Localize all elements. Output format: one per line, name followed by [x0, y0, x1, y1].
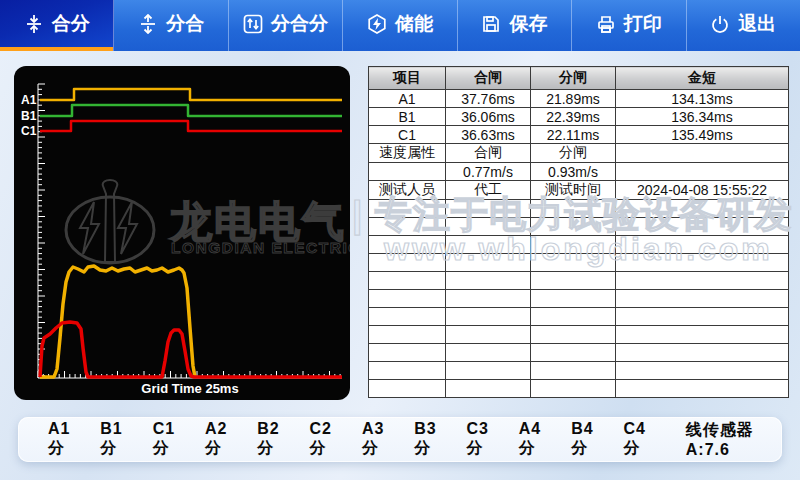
- table-cell: [616, 326, 789, 344]
- tab-label: 打印: [624, 11, 662, 37]
- oscillogram-panel: 龙电电气LONGDIAN ELECTRICA1B1C1Grid Time 25m…: [14, 66, 350, 400]
- tab-open-close-open[interactable]: 分合分: [229, 0, 343, 51]
- table-cell: [531, 326, 616, 344]
- table-cell: [616, 308, 789, 326]
- tab-energy-storage[interactable]: 储能: [343, 0, 457, 51]
- table-cell: [446, 344, 531, 362]
- tab-label: 合分: [52, 11, 90, 37]
- table-cell: [616, 344, 789, 362]
- results-table: 项目合闸分闸金短A137.76ms21.89ms134.13msB136.06m…: [368, 66, 789, 398]
- open-close-open-icon: [243, 14, 263, 34]
- table-cell: A1: [369, 90, 446, 108]
- phase-status: B3 分: [414, 420, 447, 459]
- table-cell: [446, 218, 531, 236]
- table-cell: [531, 218, 616, 236]
- tab-close-operation[interactable]: 合分: [0, 0, 114, 51]
- A1-channel-label: A1: [21, 93, 37, 107]
- A1-waveform: [40, 89, 342, 100]
- table-cell: 36.06ms: [446, 108, 531, 126]
- B1-channel-label: B1: [21, 109, 37, 123]
- tab-label: 分合: [166, 11, 204, 37]
- table-cell: [616, 362, 789, 380]
- table-cell: [616, 163, 789, 181]
- tab-label: 退出: [738, 11, 776, 37]
- table-cell: [616, 218, 789, 236]
- table-row: [369, 272, 789, 290]
- table-cell: [369, 218, 446, 236]
- table-header-cell: 分闸: [531, 67, 616, 90]
- table-cell: [531, 236, 616, 254]
- app-screen: 合分 分合 分合分: [0, 0, 800, 480]
- table-cell: [616, 290, 789, 308]
- table-cell: [446, 362, 531, 380]
- table-row: [369, 362, 789, 380]
- tab-print[interactable]: 打印: [572, 0, 686, 51]
- print-icon: [596, 14, 616, 34]
- table-cell: [369, 290, 446, 308]
- brand-watermark: 龙电电气LONGDIAN ELECTRIC: [66, 180, 350, 263]
- tab-label: 储能: [395, 11, 433, 37]
- table-row: [369, 236, 789, 254]
- table-cell: [616, 200, 789, 218]
- phase-status: A1 分: [48, 420, 81, 459]
- table-row: [369, 200, 789, 218]
- table-cell: [531, 308, 616, 326]
- table-row: 0.77m/s0.93m/s: [369, 163, 789, 181]
- table-header-cell: 项目: [369, 67, 446, 90]
- tab-save[interactable]: 保存: [458, 0, 572, 51]
- oscillogram-chart: 龙电电气LONGDIAN ELECTRICA1B1C1Grid Time 25m…: [14, 66, 350, 400]
- table-cell: [616, 272, 789, 290]
- table-cell: [369, 272, 446, 290]
- phase-status: B2 分: [257, 420, 290, 459]
- phase-status: C3 分: [467, 420, 500, 459]
- table-header-row: 项目合闸分闸金短: [369, 67, 789, 90]
- table-cell: [446, 380, 531, 398]
- table-cell: B1: [369, 108, 446, 126]
- table-cell: [446, 236, 531, 254]
- table-cell: 2024-04-08 15:55:22: [616, 181, 789, 200]
- brand-name-watermark: 龙电电气: [169, 198, 346, 245]
- table-cell: [369, 163, 446, 181]
- table-cell: [531, 290, 616, 308]
- table-cell: [531, 380, 616, 398]
- table-cell: [446, 254, 531, 272]
- table-cell: [369, 254, 446, 272]
- table-row: [369, 308, 789, 326]
- table-cell: 测试时间: [531, 181, 616, 200]
- table-cell: 代工: [446, 181, 531, 200]
- C1-waveform: [40, 121, 342, 131]
- table-cell: [369, 326, 446, 344]
- table-cell: [446, 308, 531, 326]
- tab-exit[interactable]: 退出: [687, 0, 800, 51]
- table-header-cell: 金短: [616, 67, 789, 90]
- tab-open-operation[interactable]: 分合: [114, 0, 228, 51]
- table-cell: 速度属性: [369, 144, 446, 163]
- table-cell: [616, 144, 789, 163]
- phase-status: A2 分: [205, 420, 238, 459]
- table-cell: [531, 344, 616, 362]
- table-cell: 37.76ms: [446, 90, 531, 108]
- table-row: [369, 344, 789, 362]
- table-cell: 22.39ms: [531, 108, 616, 126]
- tab-label: 保存: [509, 11, 547, 37]
- table-cell: [616, 380, 789, 398]
- phase-status: B4 分: [571, 420, 604, 459]
- brand-sub-watermark: LONGDIAN ELECTRIC: [171, 239, 350, 256]
- phase-status: A3 分: [362, 420, 395, 459]
- table-cell: [531, 200, 616, 218]
- table-cell: [616, 254, 789, 272]
- table-cell: 0.93m/s: [531, 163, 616, 181]
- phase-status: C4 分: [623, 420, 656, 459]
- table-row: [369, 218, 789, 236]
- line-sensor-status: 线传感器 A:7.6: [686, 420, 782, 459]
- close-operation-icon: [24, 14, 44, 34]
- top-nav: 合分 分合 分合分: [0, 0, 800, 51]
- table-cell: [531, 362, 616, 380]
- table-header-cell: 合闸: [446, 67, 531, 90]
- table-cell: [369, 308, 446, 326]
- phase-status: C2 分: [310, 420, 343, 459]
- tab-label: 分合分: [271, 11, 328, 37]
- table-cell: [446, 200, 531, 218]
- table-row: [369, 290, 789, 308]
- table-row: 测试人员代工测试时间2024-04-08 15:55:22: [369, 181, 789, 200]
